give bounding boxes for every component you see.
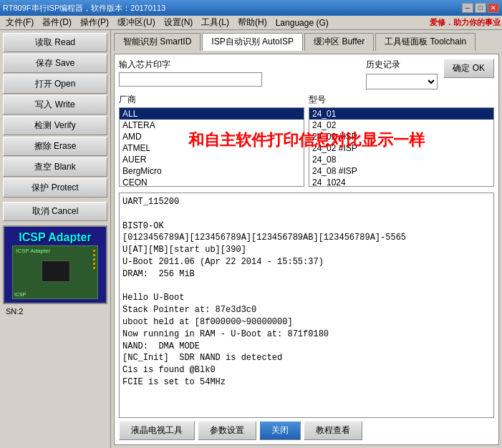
list-item[interactable]: 24_02 #ISP [309,131,493,142]
tab-buffer[interactable]: 缓冲区 Buffer [304,33,374,51]
icsp-pins [93,250,96,293]
bottom-bar: 液晶电视工具 参数设置 关闭 教程查看 [119,421,494,440]
title-text: RT809F串行ISP编程器，软件版本：20170113 [3,3,165,14]
list-item[interactable]: BergMicro [120,165,304,177]
menu-help[interactable]: 帮助(H) [233,15,271,30]
erase-button[interactable]: 擦除 Erase [3,137,107,156]
tab-smartid[interactable]: 智能识别 SmartID [114,33,201,51]
param-settings-button[interactable]: 参数设置 [198,421,256,440]
list-item[interactable]: 24_02 [309,120,493,131]
left-panel: 读取 Read 保存 Save 打开 Open 写入 Write 检测 Veri… [0,30,111,448]
verify-button[interactable]: 检测 Verify [3,116,107,135]
list-item[interactable]: ALL [120,108,304,120]
model-label: 型号 [309,94,494,106]
icsp-adapter-image: ICSP Adapter ICSP Adapter ICSP [3,225,107,304]
icsp-board-text: ICSP Adapter [16,248,50,254]
model-listbox[interactable]: 24_01 24_02 24_02 #ISP 24_02 #ISP 24_08 … [309,107,494,187]
list-item[interactable]: 24_01 [309,108,493,120]
open-button[interactable]: 打开 Open [3,74,107,94]
list-item[interactable]: CEON [120,177,304,187]
close-button2[interactable]: 关闭 [259,421,301,440]
vendor-label: 厂商 [119,94,304,106]
read-button[interactable]: 读取 Read [3,33,107,52]
output-section: UART_115200 BIST0-OK [0123456789A][12345… [119,190,494,418]
ok-button[interactable]: 确定 OK [443,59,494,78]
brand-text: 爱修．助力你的事业 [430,17,501,28]
menu-language[interactable]: Language (G) [271,16,333,29]
sn-label: SN:2 [3,306,107,317]
close-button[interactable]: ✕ [488,3,499,13]
input-label: 输入芯片印字 [119,59,360,71]
model-section: 型号 24_01 24_02 24_02 #ISP 24_02 #ISP 24_… [309,94,494,187]
vendor-section: 厂商 ALL ALTERA AMD ATMEL AUER BergMicro C… [119,94,304,187]
icsp-bottom-text: ICSP [14,292,26,297]
menu-operation[interactable]: 操作(P) [76,15,113,30]
maximize-button[interactable]: □ [475,3,486,13]
save-button[interactable]: 保存 Save [3,54,107,73]
list-item[interactable]: ATMEL [120,142,304,154]
minimize-button[interactable]: ─ [462,3,473,13]
menu-file[interactable]: 文件(F) [1,15,38,30]
icsp-chip [42,260,70,282]
menu-buffer[interactable]: 缓冲区(U) [113,15,160,30]
lcd-tool-button[interactable]: 液晶电视工具 [119,421,195,440]
lists-container: 厂商 ALL ALTERA AMD ATMEL AUER BergMicro C… [119,94,494,187]
list-item[interactable]: AMD [120,131,304,142]
menu-settings[interactable]: 设置(N) [160,15,198,30]
history-dropdown[interactable] [366,74,438,89]
cancel-button[interactable]: 取消 Cancel [3,202,107,221]
icsp-label: ICSP Adapter [19,231,91,244]
vendor-listbox[interactable]: ALL ALTERA AMD ATMEL AUER BergMicro CEON [119,107,304,187]
tab-toolchain[interactable]: 工具链面板 Toolchain [375,33,476,51]
title-bar: RT809F串行ISP编程器，软件版本：20170113 ─ □ ✕ [0,0,502,16]
history-section: 历史记录 [366,59,438,89]
tutorial-button[interactable]: 教程查看 [304,421,362,440]
blank-button[interactable]: 查空 Blank [3,157,107,177]
chip-input[interactable] [119,72,262,87]
chip-input-section: 输入芯片印字 [119,59,360,87]
tab-content: 输入芯片印字 历史记录 确定 OK 厂商 ALL [114,54,499,445]
write-button[interactable]: 写入 Write [3,95,107,115]
list-item[interactable]: ALTERA [120,120,304,131]
list-item[interactable]: 24_02 #ISP [309,142,493,154]
menu-bar: 文件(F) 器件(D) 操作(P) 缓冲区(U) 设置(N) 工具(L) 帮助(… [0,16,502,30]
menu-device[interactable]: 器件(D) [38,15,76,30]
list-item[interactable]: AUER [120,154,304,165]
icsp-board: ICSP Adapter ICSP [12,245,98,299]
tab-autoisp[interactable]: ISP自动识别 AutoISP [202,33,303,51]
output-textarea[interactable]: UART_115200 BIST0-OK [0123456789A][12345… [119,193,494,418]
list-item[interactable]: 24_1024 [309,177,493,187]
tab-bar: 智能识别 SmartID ISP自动识别 AutoISP 缓冲区 Buffer … [114,33,499,51]
input-row: 输入芯片印字 历史记录 确定 OK [119,59,494,89]
history-label: 历史记录 [366,59,438,71]
menu-tools[interactable]: 工具(L) [197,15,233,30]
list-item[interactable]: 24_08 #ISP [309,165,493,177]
right-panel: 智能识别 SmartID ISP自动识别 AutoISP 缓冲区 Buffer … [111,30,502,448]
list-item[interactable]: 24_08 [309,154,493,165]
protect-button[interactable]: 保护 Protect [3,178,107,198]
lists-row: 厂商 ALL ALTERA AMD ATMEL AUER BergMicro C… [119,94,494,187]
